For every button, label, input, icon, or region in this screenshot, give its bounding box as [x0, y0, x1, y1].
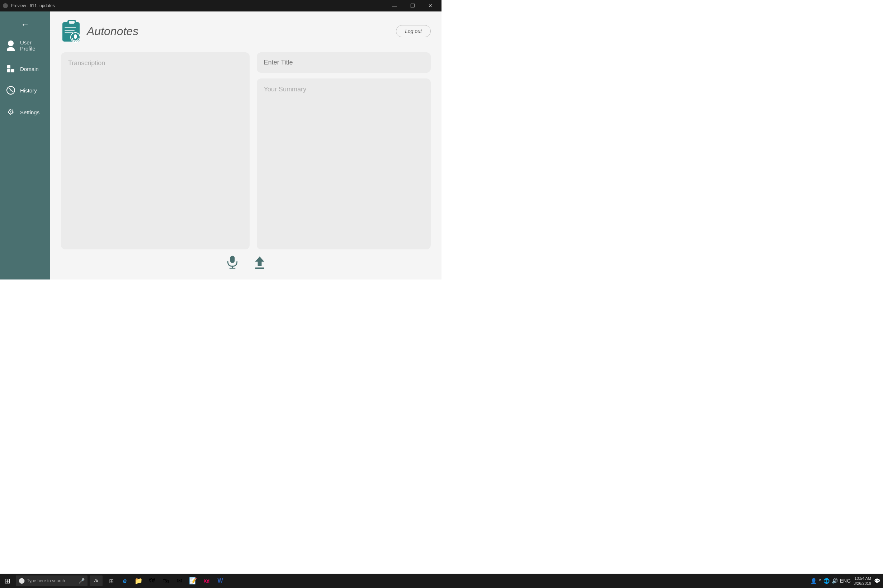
back-button[interactable]: ←	[0, 16, 50, 33]
app-title: Autonotes	[87, 25, 138, 38]
summary-panel[interactable]: Your Summary	[257, 78, 431, 249]
sidebar-item-settings[interactable]: ⚙ Settings	[0, 101, 50, 123]
svg-rect-8	[65, 30, 75, 31]
svg-rect-14	[230, 256, 235, 263]
domain-icon	[6, 64, 16, 73]
clock-icon-shape	[6, 86, 15, 94]
svg-rect-18	[255, 268, 264, 269]
mic-button[interactable]	[226, 255, 239, 270]
logout-button[interactable]: Log out	[396, 25, 431, 37]
app-icon	[3, 3, 8, 8]
user-icon-shape	[7, 40, 15, 51]
user-head	[8, 40, 14, 46]
minimize-button[interactable]: —	[386, 0, 403, 12]
maximize-button[interactable]: ❐	[404, 0, 421, 12]
domain-svg-icon	[6, 64, 15, 73]
svg-rect-0	[7, 65, 11, 69]
svg-rect-11	[74, 34, 77, 39]
bottom-controls	[61, 249, 431, 272]
sidebar-item-history-label: History	[20, 87, 37, 93]
sidebar: ← User Profile Domain	[0, 12, 50, 279]
svg-rect-9	[65, 32, 73, 33]
right-panel: Your Summary	[257, 52, 431, 249]
svg-marker-17	[255, 256, 264, 266]
back-arrow-icon: ←	[21, 20, 29, 29]
main-content: Autonotes Log out Transcription Your Sum…	[50, 12, 441, 279]
logo-area: Autonotes	[61, 19, 138, 44]
title-bar-left: Preview : 611- updates	[3, 3, 55, 8]
transcription-panel[interactable]: Transcription	[61, 52, 250, 249]
title-bar-text: Preview : 611- updates	[11, 3, 55, 8]
sidebar-item-domain-label: Domain	[20, 66, 39, 72]
header: Autonotes Log out	[61, 19, 431, 44]
user-profile-icon	[6, 40, 16, 51]
sidebar-item-settings-label: Settings	[20, 109, 39, 116]
microphone-icon	[226, 255, 239, 270]
user-body	[7, 47, 15, 51]
work-area: Transcription Your Summary	[61, 52, 431, 249]
close-button[interactable]: ✕	[422, 0, 439, 12]
svg-rect-6	[69, 21, 75, 24]
window-controls: — ❐ ✕	[386, 0, 439, 12]
upload-button[interactable]	[253, 255, 266, 270]
sidebar-item-user-profile[interactable]: User Profile	[0, 33, 50, 58]
app-logo-icon	[61, 19, 83, 44]
summary-placeholder: Your Summary	[264, 86, 424, 93]
title-input[interactable]	[257, 52, 431, 73]
svg-rect-3	[11, 69, 14, 72]
svg-rect-7	[65, 27, 76, 28]
app-container: ← User Profile Domain	[0, 12, 441, 279]
clock-hand-minute	[11, 90, 14, 92]
title-bar: Preview : 611- updates — ❐ ✕	[0, 0, 441, 12]
sidebar-item-domain[interactable]: Domain	[0, 58, 50, 80]
upload-icon	[253, 255, 266, 270]
history-icon	[6, 86, 16, 94]
sidebar-item-user-profile-label: User Profile	[20, 39, 45, 52]
sidebar-item-history[interactable]: History	[0, 80, 50, 101]
transcription-placeholder: Transcription	[68, 60, 242, 67]
svg-rect-1	[14, 64, 15, 65]
svg-rect-2	[7, 69, 11, 72]
settings-icon: ⚙	[6, 108, 16, 117]
